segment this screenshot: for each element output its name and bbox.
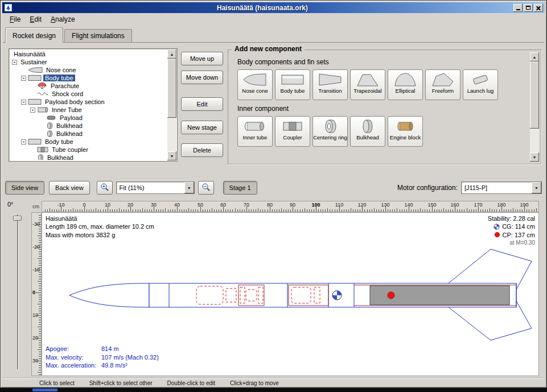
arrow-up-icon: ▲ <box>170 52 174 56</box>
new-stage-button[interactable]: New stage <box>181 121 223 134</box>
titlebar[interactable]: Haisunäätä (haisunaata.ork) <box>2 2 545 13</box>
tree-item-payload-body-section[interactable]: Payload body section <box>10 98 167 106</box>
scroll-thumb[interactable] <box>167 59 176 118</box>
tree-expander-icon[interactable] <box>21 76 26 81</box>
add-nose-cone-button[interactable]: Nose cone <box>237 69 273 100</box>
tree-item-shock-cord[interactable]: Shock cord <box>10 90 167 98</box>
tree-item-inner-tube[interactable]: Inner Tube <box>10 106 167 114</box>
scroll-up-button[interactable]: ▲ <box>530 52 539 61</box>
horizontal-ruler: -100102030405060708090100110120130140150… <box>42 201 539 212</box>
cp-value: CP: 137 cm <box>503 231 535 239</box>
add-bulkhead-button[interactable]: Bulkhead <box>350 116 385 147</box>
innertube-icon <box>37 106 48 113</box>
nosecone-icon <box>242 71 268 88</box>
add-centering-ring-button[interactable]: Centering ring <box>312 116 348 147</box>
scroll-down-button[interactable]: ▼ <box>167 151 176 160</box>
rotation-slider-handle[interactable] <box>13 216 22 221</box>
component-button-label: Inner tube <box>243 135 268 141</box>
stage-1-toggle[interactable]: Stage 1 <box>223 181 257 195</box>
add-transition-button[interactable]: Transition <box>312 69 348 100</box>
stability-info: Stability: 2.28 cal CG: 114 cm CP: 137 c… <box>488 214 535 246</box>
component-button-label: Coupler <box>283 135 302 141</box>
move-down-button[interactable]: Move down <box>181 71 223 84</box>
tree-item-parachute[interactable]: Parachute <box>10 82 167 90</box>
tree-item-body-tube[interactable]: Body tube <box>10 138 167 146</box>
add-body-tube-button[interactable]: Body tube <box>275 69 310 100</box>
component-section-label: Inner component <box>237 105 527 113</box>
tree-item-nose-cone[interactable]: Nose cone <box>10 66 167 74</box>
arrow-up-icon: ▲ <box>533 55 537 59</box>
elliptical-icon <box>393 71 418 88</box>
bulkhead-icon <box>46 130 53 137</box>
scroll-up-button[interactable]: ▲ <box>167 49 176 59</box>
tree-scrollbar[interactable]: ▲▼ <box>167 49 176 160</box>
add-elliptical-button[interactable]: Elliptical <box>388 69 423 100</box>
flight-stat-value: 107 m/s (Mach 0.32) <box>101 353 159 362</box>
parachute-icon <box>37 82 47 89</box>
tree-expander-icon[interactable] <box>21 100 26 105</box>
zoom-out-button[interactable] <box>198 181 214 195</box>
tree-item-label: Tube coupler <box>50 146 90 153</box>
tree-expander-icon[interactable] <box>21 139 26 145</box>
tree-item-sustainer[interactable]: Sustainer <box>10 58 167 66</box>
cg-value: CG: 114 cm <box>502 222 535 230</box>
add-freeform-button[interactable]: Freeform <box>425 69 460 100</box>
rocket-canvas[interactable]: Haisunäätä Length 189 cm, max. diameter … <box>42 212 539 376</box>
tree-item-bulkhead[interactable]: Bulkhead <box>10 122 167 130</box>
move-up-button[interactable]: Move up <box>181 52 223 65</box>
trapezoidal-icon <box>355 71 380 88</box>
tree-item-label: Shock cord <box>50 90 85 97</box>
add-launch-lug-button[interactable]: Launch lug <box>463 69 498 100</box>
side-view-button[interactable]: Side view <box>5 181 44 195</box>
flight-stat-row: Max. velocity:107 m/s (Mach 0.32) <box>46 353 159 362</box>
close-button[interactable] <box>534 4 543 12</box>
menu-edit[interactable]: Edit <box>25 14 46 24</box>
tab-flight-simulations[interactable]: Flight simulations <box>64 29 132 42</box>
app-icon[interactable] <box>4 3 13 12</box>
component-panel-scrollbar[interactable]: ▲▼ <box>530 52 539 162</box>
flight-stat-row: Apogee:814 m <box>46 345 159 353</box>
rotation-angle-label: 0° <box>7 201 14 208</box>
tab-rocket-design[interactable]: Rocket design <box>5 27 63 43</box>
motor-config-value: [J115-P] <box>462 184 532 191</box>
scroll-down-button[interactable]: ▼ <box>530 152 539 162</box>
add-coupler-button[interactable]: Coupler <box>275 116 310 147</box>
flight-stat-label: Max. acceleration: <box>46 361 101 370</box>
add-inner-tube-button[interactable]: Inner tube <box>237 116 273 147</box>
taskbar-item[interactable] <box>32 389 57 391</box>
zoom-select[interactable]: Fit (11%) ▼ <box>116 181 195 194</box>
add-engine-block-button[interactable]: Engine block <box>388 116 423 147</box>
tree-expander-icon[interactable] <box>30 108 35 113</box>
add-trapezoidal-button[interactable]: Trapezoidal <box>350 69 385 100</box>
chevron-down-icon[interactable]: ▼ <box>532 182 541 193</box>
chevron-down-icon[interactable]: ▼ <box>184 182 194 193</box>
tree-item-body-tube[interactable]: Body tube <box>10 74 167 82</box>
add-component-title: Add new component <box>232 45 305 53</box>
tree-item-label: Body tube <box>43 75 75 81</box>
shockcord-icon <box>37 90 48 97</box>
rotation-slider[interactable] <box>13 214 22 369</box>
tree-item-bulkhead[interactable]: Bulkhead <box>10 154 167 160</box>
component-tree[interactable]: HaisunäätäSustainerNose coneBody tubePar… <box>10 50 167 160</box>
edit-button[interactable]: Edit <box>181 97 223 111</box>
tree-item-tube-coupler[interactable]: Tube coupler <box>10 146 167 154</box>
menubar: FileEditAnalyze <box>3 14 544 25</box>
motor-config-select[interactable]: [J115-P] ▼ <box>461 181 542 194</box>
tree-item-bulkhead[interactable]: Bulkhead <box>10 130 167 138</box>
menu-analyze[interactable]: Analyze <box>46 14 80 24</box>
add-component-panel: Add new component Body components and fi… <box>228 49 541 164</box>
nosecone-icon <box>28 67 43 73</box>
cp-icon <box>494 232 500 238</box>
menu-file[interactable]: File <box>5 14 25 24</box>
back-view-button[interactable]: Back view <box>49 181 90 195</box>
scroll-thumb[interactable] <box>530 61 539 129</box>
tree-expander-icon[interactable] <box>12 60 17 65</box>
zoom-in-button[interactable] <box>97 181 113 195</box>
tree-item-haisun-t[interactable]: Haisunäätä <box>10 50 167 58</box>
flight-stat-value: 814 m <box>101 345 119 353</box>
delete-button[interactable]: Delete <box>181 143 223 157</box>
maximize-button[interactable] <box>524 4 533 12</box>
minimize-button[interactable] <box>513 4 523 12</box>
tree-item-payload[interactable]: Payload <box>10 114 167 122</box>
component-button-label: Engine block <box>390 135 421 141</box>
